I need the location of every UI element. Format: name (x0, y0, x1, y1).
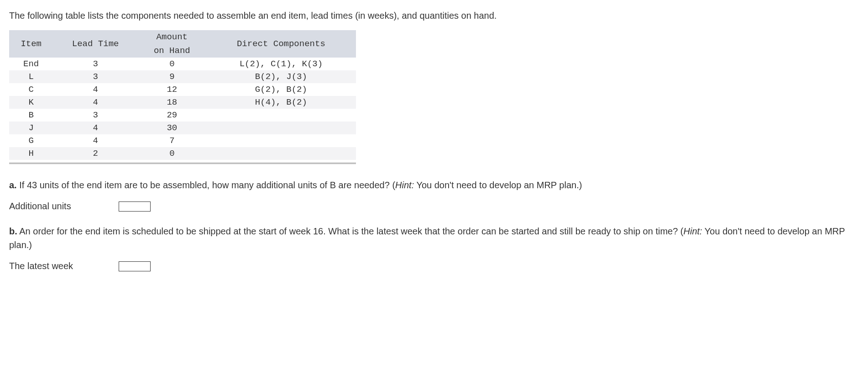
cell-direct (206, 109, 356, 122)
cell-amount: 0 (138, 147, 206, 160)
cell-lead: 2 (53, 147, 138, 160)
table-row: K 4 18 H(4), B(2) (9, 96, 356, 109)
col-direct-header: Direct Components (206, 30, 356, 58)
cell-amount: 7 (138, 134, 206, 147)
cell-direct (206, 122, 356, 134)
question-a-hint-label: Hint: (395, 180, 414, 190)
cell-direct (206, 147, 356, 160)
col-amount-header-line1: Amount (138, 30, 206, 44)
question-b: b. An order for the end item is schedule… (9, 224, 859, 252)
table-body: End 3 0 L(2), C(1), K(3) L 3 9 B(2), J(3… (9, 58, 356, 160)
cell-item: H (9, 147, 53, 160)
cell-lead: 4 (53, 122, 138, 134)
question-a-hint-text: You don't need to develop an MRP plan.) (414, 180, 582, 190)
intro-text: The following table lists the components… (9, 9, 859, 22)
cell-amount: 12 (138, 83, 206, 96)
table-row: H 2 0 (9, 147, 356, 160)
table-row: B 3 29 (9, 109, 356, 122)
cell-amount: 9 (138, 70, 206, 83)
question-a-label: a. (9, 180, 17, 190)
table-bottom-rule (9, 163, 356, 164)
question-b-hint-label: Hint: (684, 226, 702, 236)
table-row: End 3 0 L(2), C(1), K(3) (9, 58, 356, 70)
col-item-header: Item (9, 30, 53, 58)
cell-amount: 30 (138, 122, 206, 134)
components-table: Item Lead Time Amount Direct Components … (9, 30, 356, 160)
cell-lead: 4 (53, 134, 138, 147)
cell-amount: 0 (138, 58, 206, 70)
answer-b-label: The latest week (9, 261, 91, 271)
cell-amount: 29 (138, 109, 206, 122)
cell-item: L (9, 70, 53, 83)
question-b-label: b. (9, 226, 17, 236)
question-b-text: An order for the end item is scheduled t… (17, 226, 684, 236)
additional-units-input[interactable] (119, 201, 151, 212)
cell-item: K (9, 96, 53, 109)
cell-lead: 3 (53, 109, 138, 122)
cell-item: End (9, 58, 53, 70)
col-lead-header: Lead Time (53, 30, 138, 58)
cell-item: C (9, 83, 53, 96)
cell-item: G (9, 134, 53, 147)
table-row: C 4 12 G(2), B(2) (9, 83, 356, 96)
answer-a-label: Additional units (9, 201, 91, 212)
col-amount-header-line2: on Hand (138, 44, 206, 58)
cell-lead: 4 (53, 83, 138, 96)
question-a: a. If 43 units of the end item are to be… (9, 178, 859, 192)
cell-direct: L(2), C(1), K(3) (206, 58, 356, 70)
question-a-text: If 43 units of the end item are to be as… (17, 180, 395, 190)
table-row: L 3 9 B(2), J(3) (9, 70, 356, 83)
answer-a-row: Additional units (9, 201, 859, 212)
answer-b-row: The latest week (9, 261, 859, 271)
cell-lead: 3 (53, 70, 138, 83)
table-row: J 4 30 (9, 122, 356, 134)
cell-direct: G(2), B(2) (206, 83, 356, 96)
cell-amount: 18 (138, 96, 206, 109)
cell-item: B (9, 109, 53, 122)
cell-item: J (9, 122, 53, 134)
cell-lead: 3 (53, 58, 138, 70)
cell-lead: 4 (53, 96, 138, 109)
cell-direct (206, 134, 356, 147)
cell-direct: B(2), J(3) (206, 70, 356, 83)
latest-week-input[interactable] (119, 261, 151, 271)
cell-direct: H(4), B(2) (206, 96, 356, 109)
table-row: G 4 7 (9, 134, 356, 147)
